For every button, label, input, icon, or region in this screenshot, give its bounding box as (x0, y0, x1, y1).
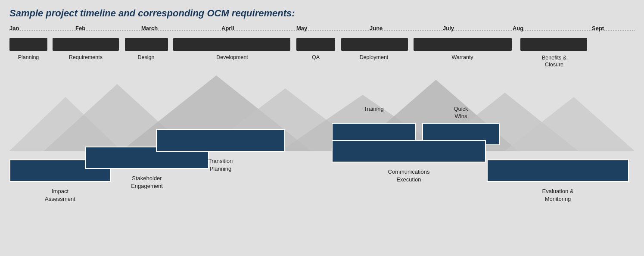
bar-qa (296, 38, 335, 51)
waves-area (9, 71, 635, 151)
page-title: Sample project timeline and correspondin… (9, 8, 635, 19)
label-planning: Planning (9, 54, 47, 60)
month-april: April (221, 25, 234, 31)
month-june: June (370, 25, 383, 31)
label-communications-execution: CommunicationsExecution (332, 168, 486, 184)
month-march: March (141, 25, 158, 31)
label-transition-planning: TransitionPlanning (156, 157, 285, 173)
bar-development (173, 38, 290, 51)
bar-planning (9, 38, 47, 51)
label-quick-wins: QuickWins (422, 106, 500, 120)
label-requirements: Requirements (52, 54, 120, 60)
label-benefits: Benefits &Closure (519, 54, 590, 69)
bar-requirements (53, 38, 119, 51)
bar-transition-planning (156, 129, 285, 152)
label-stakeholder-engagement: StakeholderEngagement (85, 175, 209, 190)
main-container: Sample project timeline and correspondin… (0, 0, 644, 256)
month-jan: Jan (9, 25, 19, 31)
label-warranty: Warranty (412, 54, 513, 60)
ocm-bars-area: ImpactAssessment StakeholderEngagement T… (9, 147, 635, 220)
bar-deployment (341, 38, 408, 51)
label-design: Design (124, 54, 168, 60)
label-development: Development (172, 54, 292, 60)
month-aug: Aug (513, 25, 523, 31)
label-evaluation-monitoring: Evaluation &Monitoring (487, 187, 629, 203)
label-training: Training (332, 106, 416, 112)
bar-evaluation-monitoring (487, 159, 629, 182)
month-may: May (296, 25, 307, 31)
bar-warranty (414, 38, 512, 51)
label-qa: QA (295, 54, 337, 60)
gantt-bars-row (9, 38, 635, 53)
timeline-header: Jan Feb March April May June July Aug Se… (9, 25, 635, 36)
bar-communications-execution (332, 140, 486, 162)
month-july: July (443, 25, 454, 31)
phase-labels-row: Planning Requirements Design Development… (9, 54, 635, 72)
bar-benefits (520, 38, 587, 51)
label-deployment: Deployment (339, 54, 409, 60)
bar-design (125, 38, 168, 51)
month-sept: Sept (592, 25, 604, 31)
month-feb: Feb (75, 25, 85, 31)
